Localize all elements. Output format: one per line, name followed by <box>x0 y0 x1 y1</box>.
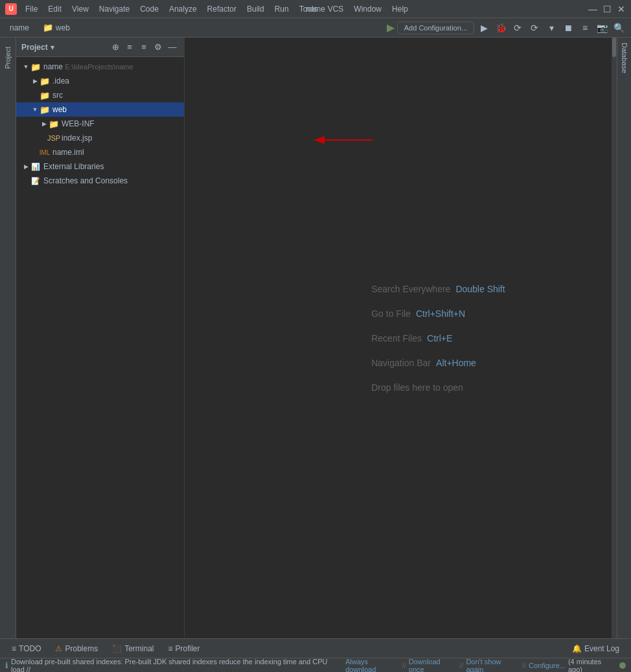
tab-todo[interactable]: ≡ TODO <box>5 642 47 655</box>
sidebar-collapse-icon[interactable]: ≡ <box>123 41 136 54</box>
window-controls: — ☐ ✕ <box>588 5 626 14</box>
reload-button[interactable]: ⟳ <box>511 21 525 35</box>
status-text-prefix: Download pre-built shared indexes: Pre-b… <box>11 658 343 673</box>
screenshot-button[interactable]: 📷 <box>595 21 609 35</box>
tree-item-scratches[interactable]: ▶ 📝 Scratches and Consoles <box>16 174 184 188</box>
tree-arrow-root: ▼ <box>21 62 30 71</box>
tree-label-src: src <box>52 91 63 100</box>
menu-refactor[interactable]: Refactor <box>203 3 241 15</box>
folder-icon-web: 📁 <box>40 104 50 115</box>
tab-terminal[interactable]: ⬛ Terminal <box>106 642 160 655</box>
hint-label-drop-files: Drop files here to open <box>371 382 463 393</box>
sidebar-header: Project ▾ ⊕ ≡ ≡ ⚙ — <box>16 38 184 57</box>
tree-label-name-iml: name.iml <box>52 148 84 157</box>
layout-button[interactable]: ≡ <box>578 21 592 35</box>
hint-shortcut-nav-bar: Alt+Home <box>436 358 476 368</box>
minimize-button[interactable]: — <box>588 5 597 14</box>
bottom-tabs: ≡ TODO ⚠ Problems ⬛ Terminal ≡ Profiler … <box>0 638 631 658</box>
folder-icon: 📁 <box>43 23 53 32</box>
editor-area: Search Everywhere Double Shift Go to Fil… <box>185 38 612 638</box>
add-configuration-button[interactable]: Add Configuration... <box>397 21 474 34</box>
menu-help[interactable]: Help <box>387 3 413 15</box>
run-button[interactable]: ▶ <box>477 21 491 35</box>
left-vertical-panel: Project <box>0 38 16 638</box>
status-always-download-link[interactable]: Always download <box>345 658 399 673</box>
tree-arrow-web-inf: ▶ <box>40 119 49 128</box>
tree-item-src[interactable]: ▶ 📁 src <box>16 88 184 102</box>
file-icon-name-iml: IML <box>40 147 50 157</box>
tree-arrow-web: ▼ <box>30 105 40 114</box>
toolbar-bar: name 📁 web ▶ Add Configuration... ▶ 🐞 ⟳ … <box>0 18 631 38</box>
editor-scrollbar[interactable] <box>612 38 617 638</box>
menu-analyze[interactable]: Analyze <box>165 3 201 15</box>
folder-icon-idea: 📁 <box>40 76 50 86</box>
hint-recent-files: Recent Files Ctrl+E <box>371 333 505 343</box>
status-dont-show-link[interactable]: Don't show again <box>466 658 520 673</box>
project-tree: ▼ 📁 name E:\IdeaProjects\name ▶ 📁 .idea … <box>16 57 184 638</box>
sidebar-expand-icon[interactable]: ≡ <box>137 41 150 54</box>
tree-label-index-jsp: index.jsp <box>62 133 92 143</box>
close-button[interactable]: ✕ <box>617 5 626 14</box>
tab-profiler[interactable]: ≡ Profiler <box>162 642 207 655</box>
status-download-once-link[interactable]: Download once <box>409 658 457 673</box>
tree-label-web: web <box>52 105 67 114</box>
tree-item-index-jsp[interactable]: ▶ JSP index.jsp <box>16 131 184 145</box>
sidebar-locate-icon[interactable]: ⊕ <box>109 41 122 54</box>
web-tab[interactable]: 📁 web <box>38 20 75 35</box>
dropdown-icon[interactable]: ▾ <box>544 21 558 35</box>
tree-item-idea[interactable]: ▶ 📁 .idea <box>16 74 184 88</box>
database-tab[interactable]: Database <box>618 38 631 78</box>
sidebar-minimize-icon[interactable]: — <box>166 41 179 54</box>
hint-label-go-to-file: Go to File <box>371 308 411 319</box>
status-time: (4 minutes ago) <box>568 658 617 673</box>
stop-button[interactable]: ⏹ <box>561 21 575 35</box>
hint-label-nav-bar: Navigation Bar <box>371 358 431 368</box>
tab-event-log[interactable]: 🔔 Event Log <box>566 642 626 655</box>
menu-code[interactable]: Code <box>135 3 163 15</box>
menu-bar: File Edit View Navigate Code Analyze Ref… <box>21 3 588 15</box>
status-bar: ℹ Download pre-built shared indexes: Pre… <box>0 658 631 672</box>
tab-problems[interactable]: ⚠ Problems <box>49 642 104 655</box>
tab-profiler-label: Profiler <box>176 644 200 653</box>
tree-item-web-inf[interactable]: ▶ 📁 WEB-INF <box>16 117 184 131</box>
debug-button[interactable]: 🐞 <box>494 21 508 35</box>
tab-terminal-label: Terminal <box>124 644 154 653</box>
hint-search-everywhere: Search Everywhere Double Shift <box>371 284 505 294</box>
tree-arrow-idea: ▶ <box>30 76 40 86</box>
project-tab[interactable]: name <box>5 22 34 34</box>
terminal-icon: ⬛ <box>112 644 122 653</box>
reload-alt-button[interactable]: ⟳ <box>527 21 542 35</box>
tab-problems-label: Problems <box>65 644 98 653</box>
menu-view[interactable]: View <box>67 3 93 15</box>
tree-item-name-iml[interactable]: ▶ IML name.iml <box>16 145 184 159</box>
scrollbar-thumb[interactable] <box>612 38 616 57</box>
menu-run[interactable]: Run <box>270 3 293 15</box>
tree-item-external-libs[interactable]: ▶ 📊 External Libraries <box>16 159 184 174</box>
tree-item-web[interactable]: ▼ 📁 web <box>16 102 184 117</box>
maximize-button[interactable]: ☐ <box>602 5 612 14</box>
folder-icon-src: 📁 <box>40 90 50 100</box>
status-configure-link[interactable]: Configure... <box>529 662 566 669</box>
menu-build[interactable]: Build <box>242 3 269 15</box>
app-logo: U <box>5 3 17 15</box>
hint-shortcut-search: Double Shift <box>455 284 505 294</box>
tab-todo-label: TODO <box>19 644 41 653</box>
project-vertical-tab[interactable]: Project <box>1 41 14 74</box>
status-info-icon: ℹ <box>5 661 8 670</box>
search-toolbar-button[interactable]: 🔍 <box>612 21 626 35</box>
hint-navigation-bar: Navigation Bar Alt+Home <box>371 358 505 368</box>
tree-item-root[interactable]: ▼ 📁 name E:\IdeaProjects\name <box>16 60 184 74</box>
tree-label-root: name E:\IdeaProjects\name <box>43 62 133 71</box>
menu-vcs[interactable]: VCS <box>323 3 349 15</box>
event-log-icon: 🔔 <box>572 644 582 653</box>
tree-label-web-inf: WEB-INF <box>62 119 95 128</box>
menu-edit[interactable]: Edit <box>43 3 66 15</box>
menu-file[interactable]: File <box>21 3 42 15</box>
sidebar-settings-icon[interactable]: ⚙ <box>152 41 165 54</box>
web-tab-label: web <box>56 23 70 32</box>
menu-navigate[interactable]: Navigate <box>95 3 134 15</box>
red-arrow-annotation <box>301 133 379 159</box>
menu-window[interactable]: Window <box>349 3 386 15</box>
sidebar-dropdown-arrow[interactable]: ▾ <box>51 43 54 52</box>
sidebar: Project ▾ ⊕ ≡ ≡ ⚙ — ▼ 📁 name E:\IdeaProj… <box>16 38 185 638</box>
